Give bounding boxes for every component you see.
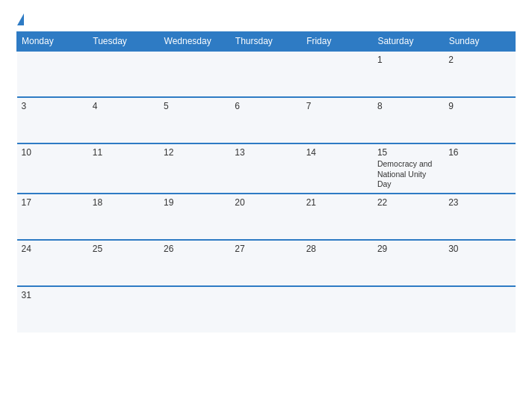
day-number: 7 bbox=[306, 101, 368, 111]
calendar-week-row: 101112131415Democracy and National Unity… bbox=[17, 143, 516, 194]
calendar-cell: 26 bbox=[159, 240, 230, 286]
calendar-cell: 15Democracy and National Unity Day bbox=[373, 143, 444, 194]
weekday-monday: Monday bbox=[17, 32, 88, 52]
calendar-cell: 25 bbox=[88, 240, 159, 286]
day-number: 21 bbox=[306, 197, 368, 208]
day-number: 9 bbox=[448, 101, 510, 111]
weekday-saturday: Saturday bbox=[373, 32, 444, 52]
calendar-header bbox=[16, 13, 516, 25]
calendar-cell: 17 bbox=[17, 194, 88, 240]
calendar-cell bbox=[230, 286, 301, 333]
calendar-cell: 13 bbox=[230, 143, 301, 194]
calendar-cell: 10 bbox=[17, 143, 88, 194]
day-number: 1 bbox=[377, 55, 439, 65]
calendar-cell: 2 bbox=[444, 51, 515, 97]
calendar-table: MondayTuesdayWednesdayThursdayFridaySatu… bbox=[16, 31, 516, 333]
calendar-cell: 14 bbox=[302, 143, 373, 194]
weekday-sunday: Sunday bbox=[444, 32, 515, 52]
day-number: 4 bbox=[93, 101, 155, 111]
calendar-cell: 11 bbox=[88, 143, 159, 194]
calendar-cell: 16 bbox=[444, 143, 515, 194]
day-number: 18 bbox=[93, 197, 155, 208]
day-number: 5 bbox=[164, 101, 226, 111]
weekday-friday: Friday bbox=[302, 32, 373, 52]
day-number: 13 bbox=[235, 147, 297, 158]
day-number: 30 bbox=[448, 244, 510, 254]
calendar-cell: 21 bbox=[302, 194, 373, 240]
calendar-cell: 4 bbox=[88, 97, 159, 143]
day-number: 17 bbox=[22, 197, 84, 208]
logo bbox=[16, 13, 25, 25]
day-number: 12 bbox=[164, 147, 226, 158]
calendar-cell: 7 bbox=[302, 97, 373, 143]
calendar-cell: 19 bbox=[159, 194, 230, 240]
day-number: 22 bbox=[377, 197, 439, 208]
calendar-cell bbox=[159, 51, 230, 97]
calendar-cell: 5 bbox=[159, 97, 230, 143]
day-number: 11 bbox=[93, 147, 155, 158]
event-label: Democracy and National Unity Day bbox=[377, 159, 433, 188]
day-number: 25 bbox=[93, 244, 155, 254]
calendar-cell bbox=[159, 286, 230, 333]
calendar-week-row: 12 bbox=[17, 51, 516, 97]
calendar-cell: 28 bbox=[302, 240, 373, 286]
day-number: 14 bbox=[306, 147, 368, 158]
calendar-cell: 20 bbox=[230, 194, 301, 240]
weekday-tuesday: Tuesday bbox=[88, 32, 159, 52]
weekday-header-row: MondayTuesdayWednesdayThursdayFridaySatu… bbox=[17, 32, 516, 52]
calendar-cell: 9 bbox=[444, 97, 515, 143]
calendar-cell bbox=[302, 286, 373, 333]
calendar-cell: 30 bbox=[444, 240, 515, 286]
calendar-cell bbox=[88, 286, 159, 333]
day-number: 6 bbox=[235, 101, 297, 111]
day-number: 16 bbox=[448, 147, 510, 158]
calendar-cell bbox=[302, 51, 373, 97]
calendar-cell: 29 bbox=[373, 240, 444, 286]
calendar-page: MondayTuesdayWednesdayThursdayFridaySatu… bbox=[0, 0, 532, 411]
logo-triangle-icon bbox=[17, 13, 24, 25]
day-number: 28 bbox=[306, 244, 368, 254]
calendar-cell: 18 bbox=[88, 194, 159, 240]
calendar-cell: 12 bbox=[159, 143, 230, 194]
calendar-cell: 3 bbox=[17, 97, 88, 143]
weekday-wednesday: Wednesday bbox=[159, 32, 230, 52]
day-number: 3 bbox=[22, 101, 84, 111]
day-number: 23 bbox=[448, 197, 510, 208]
calendar-week-row: 3456789 bbox=[17, 97, 516, 143]
day-number: 24 bbox=[22, 244, 84, 254]
calendar-cell: 8 bbox=[373, 97, 444, 143]
calendar-week-row: 17181920212223 bbox=[17, 194, 516, 240]
calendar-cell: 24 bbox=[17, 240, 88, 286]
day-number: 27 bbox=[235, 244, 297, 254]
calendar-week-row: 24252627282930 bbox=[17, 240, 516, 286]
day-number: 2 bbox=[448, 55, 510, 65]
calendar-week-row: 31 bbox=[17, 286, 516, 333]
calendar-cell: 1 bbox=[373, 51, 444, 97]
calendar-cell: 6 bbox=[230, 97, 301, 143]
day-number: 20 bbox=[235, 197, 297, 208]
calendar-cell bbox=[17, 51, 88, 97]
weekday-thursday: Thursday bbox=[230, 32, 301, 52]
day-number: 26 bbox=[164, 244, 226, 254]
day-number: 19 bbox=[164, 197, 226, 208]
calendar-cell: 27 bbox=[230, 240, 301, 286]
calendar-cell: 31 bbox=[17, 286, 88, 333]
calendar-cell bbox=[373, 286, 444, 333]
day-number: 10 bbox=[22, 147, 84, 158]
day-number: 29 bbox=[377, 244, 439, 254]
day-number: 15 bbox=[377, 147, 439, 158]
calendar-cell bbox=[230, 51, 301, 97]
calendar-cell: 23 bbox=[444, 194, 515, 240]
day-number: 8 bbox=[377, 101, 439, 111]
calendar-cell bbox=[444, 286, 515, 333]
day-number: 31 bbox=[22, 290, 84, 300]
calendar-cell bbox=[88, 51, 159, 97]
calendar-cell: 22 bbox=[373, 194, 444, 240]
